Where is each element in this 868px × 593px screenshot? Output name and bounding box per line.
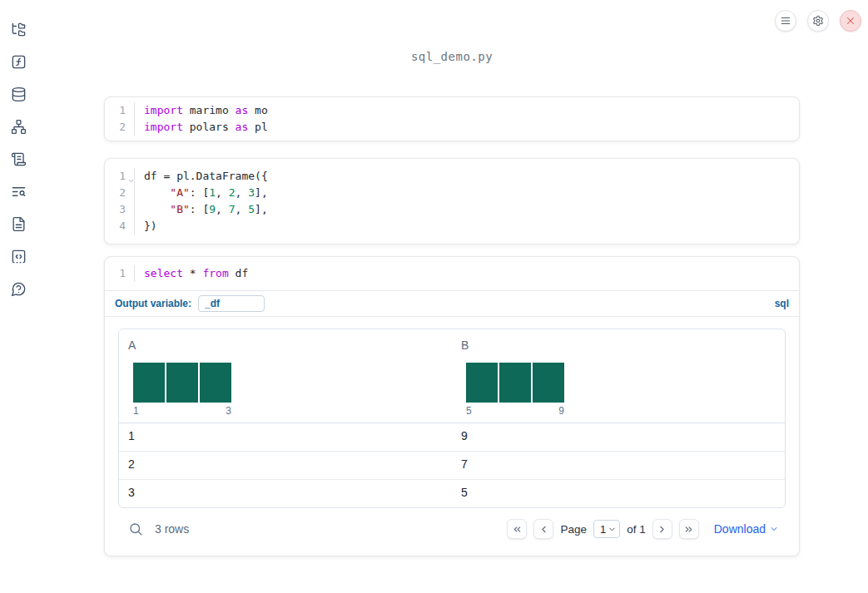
fold-chevron-icon[interactable] bbox=[127, 173, 135, 180]
histogram-bar bbox=[466, 363, 498, 403]
code-token: , bbox=[236, 186, 249, 199]
download-button[interactable]: Download bbox=[714, 522, 779, 536]
last-page-button[interactable] bbox=[679, 519, 699, 539]
code-token: ], bbox=[255, 186, 268, 199]
line-number-gutter: 1 2 bbox=[105, 102, 135, 136]
table-cell: 7 bbox=[452, 452, 785, 479]
sidebar bbox=[0, 0, 37, 593]
page-select-value: 1 bbox=[600, 523, 606, 536]
code-editor[interactable]: 1 2 3 4 df = pl.DataFrame({ "A": [1, 2, … bbox=[105, 159, 799, 244]
code-token: 7 bbox=[229, 203, 236, 215]
code-token: from bbox=[202, 267, 228, 279]
histogram-bar bbox=[533, 363, 564, 403]
histogram-bar bbox=[166, 363, 198, 403]
table-header: A 1 3 bbox=[119, 329, 785, 423]
line-number: 2 bbox=[105, 185, 134, 201]
code-token: pl bbox=[248, 121, 267, 133]
chevron-down-icon bbox=[769, 524, 779, 534]
code-token: df = pl.DataFrame({ bbox=[144, 170, 268, 182]
code-token bbox=[144, 203, 170, 215]
scroll-logs-icon[interactable] bbox=[9, 150, 27, 168]
code-token: 2 bbox=[229, 186, 236, 199]
help-icon[interactable] bbox=[9, 279, 27, 298]
code-editor[interactable]: 1 2 import marimo as mo import polars as… bbox=[105, 97, 799, 141]
page-select[interactable]: 1 bbox=[593, 520, 620, 538]
code-token: "A" bbox=[170, 186, 189, 199]
code-token: polars bbox=[183, 121, 236, 133]
code-token: select bbox=[144, 267, 183, 279]
code-cell-imports[interactable]: 1 2 import marimo as mo import polars as… bbox=[104, 96, 800, 141]
code-snippets-icon[interactable] bbox=[9, 247, 27, 265]
column-name: A bbox=[126, 339, 445, 352]
code-token: "B" bbox=[170, 203, 189, 215]
code-token: , bbox=[216, 203, 229, 215]
settings-button[interactable] bbox=[807, 10, 829, 32]
text-search-icon[interactable] bbox=[9, 182, 27, 200]
table-cell: 5 bbox=[452, 480, 785, 507]
gear-icon bbox=[812, 15, 824, 27]
line-number: 3 bbox=[105, 201, 134, 218]
code-token: as bbox=[236, 121, 249, 133]
table-cell: 1 bbox=[119, 423, 452, 451]
close-button[interactable] bbox=[840, 10, 861, 32]
code-token: 3 bbox=[248, 186, 255, 199]
code-token bbox=[144, 186, 170, 199]
notebook: sql_demo.py 1 2 import marimo as mo impo… bbox=[104, 0, 800, 556]
code-token: import bbox=[144, 104, 183, 116]
code-line: import marimo as mo bbox=[144, 102, 268, 119]
code-token: as bbox=[236, 104, 249, 116]
chevrons-left-icon bbox=[512, 524, 523, 535]
database-icon[interactable] bbox=[9, 85, 27, 103]
file-tree-icon[interactable] bbox=[9, 20, 27, 38]
document-icon[interactable] bbox=[9, 215, 27, 233]
sql-cell: 1 select * from df Output variable: sql … bbox=[104, 256, 800, 556]
chevron-left-icon bbox=[538, 524, 549, 535]
first-page-button[interactable] bbox=[507, 519, 527, 539]
code-token: 9 bbox=[209, 203, 216, 215]
code-token: 1 bbox=[209, 186, 216, 199]
code-line: import polars as pl bbox=[144, 119, 268, 136]
table-row: 2 7 bbox=[119, 451, 785, 479]
row-count: 3 rows bbox=[155, 522, 189, 536]
table-row: 1 9 bbox=[119, 423, 785, 451]
code-cell-dataframe[interactable]: 1 2 3 4 df = pl.DataFrame({ "A": [1, 2, … bbox=[104, 158, 800, 245]
code-token: , bbox=[236, 203, 249, 215]
histogram-bar bbox=[499, 363, 531, 403]
code-token: marimo bbox=[183, 104, 236, 116]
data-table: A 1 3 bbox=[118, 329, 786, 508]
notebook-filename[interactable]: sql_demo.py bbox=[104, 50, 800, 63]
column-header-a[interactable]: A 1 3 bbox=[119, 329, 452, 423]
previous-page-button[interactable] bbox=[533, 519, 553, 539]
code-token: ], bbox=[255, 203, 268, 215]
histogram-max-label: 9 bbox=[558, 405, 564, 417]
line-number: 2 bbox=[105, 119, 134, 136]
code-token: , bbox=[216, 186, 229, 199]
code-content: df = pl.DataFrame({ "A": [1, 2, 3], "B":… bbox=[135, 168, 268, 235]
table-footer: 3 rows Page 1 of 1 bbox=[118, 508, 786, 547]
chevron-down-icon bbox=[608, 525, 617, 534]
column-header-b[interactable]: B 5 9 bbox=[452, 329, 785, 423]
download-label: Download bbox=[714, 522, 766, 536]
function-square-icon[interactable] bbox=[9, 52, 27, 71]
line-number-gutter: 1 2 3 4 bbox=[105, 168, 135, 235]
histogram-bar bbox=[133, 363, 165, 403]
code-line: "A": [1, 2, 3], bbox=[144, 185, 268, 201]
line-number: 1 bbox=[105, 265, 134, 282]
search-icon[interactable] bbox=[128, 521, 143, 536]
output-variable-input[interactable] bbox=[198, 295, 265, 312]
histogram-min-label: 1 bbox=[133, 405, 139, 417]
column-name: B bbox=[459, 339, 778, 352]
code-line: select * from df bbox=[144, 265, 248, 282]
language-badge: sql bbox=[775, 298, 789, 309]
sql-editor[interactable]: 1 select * from df bbox=[105, 257, 799, 290]
dependency-graph-icon[interactable] bbox=[9, 117, 27, 136]
line-number: 4 bbox=[105, 218, 134, 235]
histogram-bar bbox=[200, 363, 231, 403]
page-label: Page bbox=[560, 523, 587, 536]
code-token: * bbox=[183, 267, 202, 279]
close-icon bbox=[845, 15, 856, 27]
next-page-button[interactable] bbox=[652, 519, 672, 539]
table-cell: 3 bbox=[119, 480, 452, 507]
code-line: "B": [9, 7, 5], bbox=[144, 201, 268, 218]
code-line: }) bbox=[144, 218, 268, 235]
